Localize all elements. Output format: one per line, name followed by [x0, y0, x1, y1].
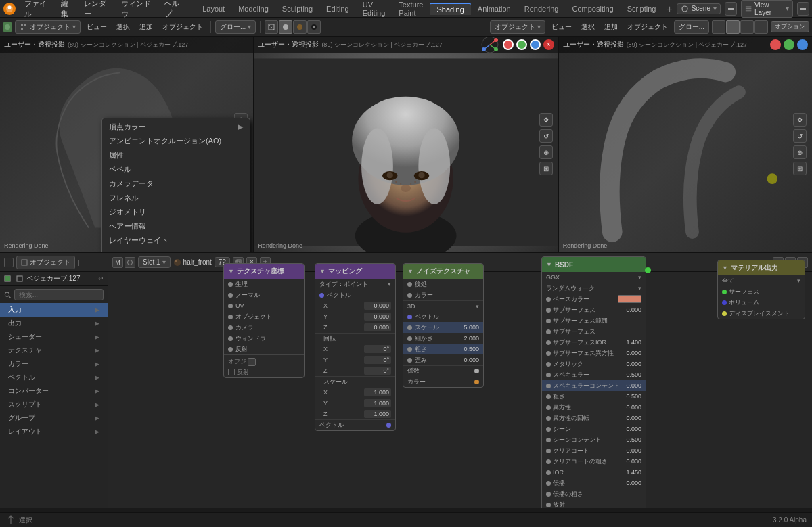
mapping-rx-input[interactable]: [364, 345, 391, 353]
ne-object-node-btn[interactable]: [125, 257, 135, 268]
select-label[interactable]: 選択: [113, 21, 133, 33]
menu-edit[interactable]: 編集: [57, 0, 78, 20]
instance-check[interactable]: [228, 369, 235, 375]
noise-type-chevron[interactable]: ▾: [476, 303, 479, 310]
mat-out-collapse-btn[interactable]: ▼: [722, 265, 728, 271]
mapping-ry-input[interactable]: [364, 356, 391, 364]
render-mode-icon[interactable]: [3, 22, 12, 32]
vp-right-nav-rotate[interactable]: ↺: [793, 129, 807, 143]
tab-sculpting[interactable]: Sculpting: [275, 3, 319, 14]
viewport-right[interactable]: ユーザー・透視投影 (89) シーンコレクション | ベジェカーブ.127 Re…: [559, 37, 812, 252]
bsdf-collapse-btn[interactable]: ▼: [546, 261, 552, 268]
vp-center-nav-move[interactable]: ✥: [539, 113, 553, 127]
mapping-y-input[interactable]: [364, 313, 391, 321]
vp-center-nav-zoom[interactable]: ⊕: [539, 145, 553, 159]
solid-mode-2-btn[interactable]: [726, 20, 740, 34]
panel-item-group[interactable]: グループ ▶: [0, 411, 108, 425]
obj-visibility-check[interactable]: [4, 275, 11, 282]
panel-item-color[interactable]: カラー ▶: [0, 357, 108, 371]
menu-help[interactable]: ヘルプ: [160, 0, 189, 20]
ctx-light-path[interactable]: ライトパス: [102, 248, 250, 252]
object-label[interactable]: オブジェクト: [159, 21, 206, 33]
solid-mode-btn[interactable]: [279, 20, 292, 34]
tex-coord-collapse-btn[interactable]: ▼: [228, 268, 234, 275]
vp-right-nav-grid[interactable]: ⊞: [793, 162, 807, 175]
view-label-2[interactable]: ビュー: [548, 21, 575, 33]
tab-compositing[interactable]: Compositing: [566, 3, 621, 14]
viewport-left[interactable]: ユーザー・透視投影 (89) シーンコレクション | ベジェカーブ.127 Re…: [0, 37, 254, 252]
wireframe-mode-btn[interactable]: [265, 20, 278, 34]
panel-item-output[interactable]: 出力 ▶: [0, 317, 108, 330]
tab-animation[interactable]: Animation: [471, 3, 518, 14]
mapping-x-input[interactable]: [364, 302, 391, 310]
mapping-z-input[interactable]: [364, 323, 391, 331]
mapping-rz-input[interactable]: [364, 367, 391, 375]
add-label-2[interactable]: 追加: [601, 21, 621, 33]
obj-mode-2[interactable]: オブジェクト ▾: [490, 20, 545, 34]
bsdf-dist-chevron[interactable]: ▾: [638, 274, 641, 281]
view-layer-actions-icon[interactable]: [797, 2, 809, 16]
bsdf-subs-chevron[interactable]: ▾: [638, 285, 641, 292]
menu-render[interactable]: レンダー: [80, 0, 115, 20]
add-label[interactable]: 追加: [136, 21, 156, 33]
menu-file[interactable]: ファイル: [20, 0, 55, 20]
view-label[interactable]: ビュー: [83, 21, 110, 33]
vp-center-nav-rotate[interactable]: ↺: [539, 129, 553, 143]
mat-mode-2-btn[interactable]: [740, 20, 754, 34]
glo-dropdown[interactable]: グロー... ▾: [215, 20, 256, 34]
render-preview-btn[interactable]: [307, 20, 321, 34]
base-color-swatch[interactable]: [618, 295, 641, 303]
tab-uv-editing[interactable]: UV Editing: [356, 0, 392, 18]
ne-obj-mode[interactable]: オブジェクト: [16, 256, 75, 269]
options-button[interactable]: オプション: [771, 21, 809, 32]
panel-item-vector[interactable]: ベクトル ▶: [0, 371, 108, 384]
material-mode-btn[interactable]: [293, 20, 307, 34]
view-layer-selector[interactable]: View Layer ▾: [741, 0, 793, 18]
tab-rendering[interactable]: Rendering: [518, 3, 566, 14]
panel-item-layout[interactable]: レイアウト ▶: [0, 425, 108, 438]
slot-dropdown[interactable]: Slot 1 ▾: [138, 256, 171, 268]
tab-editing[interactable]: Editing: [319, 3, 356, 14]
glo-dropdown-2[interactable]: グロー...: [674, 20, 709, 34]
select-label-2[interactable]: 選択: [578, 21, 598, 33]
panel-item-script[interactable]: スクリプト ▶: [0, 398, 108, 411]
ctx-camera-data[interactable]: カメラデータ: [102, 177, 250, 191]
ctx-layer-weight[interactable]: レイヤーウェイト: [102, 233, 250, 248]
ne-mode-icon[interactable]: [4, 258, 14, 267]
panel-item-input[interactable]: 入力 ▶: [0, 303, 108, 317]
mapping-sy-input[interactable]: [364, 399, 391, 407]
mapping-sx-input[interactable]: [364, 388, 391, 396]
panel-item-converter[interactable]: コンバーター ▶: [0, 384, 108, 398]
mapping-sz-input[interactable]: [364, 410, 391, 418]
noise-collapse-btn[interactable]: ▼: [407, 268, 413, 275]
mapping-type-chevron[interactable]: ▾: [388, 281, 391, 288]
ne-material-btn[interactable]: M: [112, 257, 123, 268]
obj-expand-icon[interactable]: ↩: [98, 275, 104, 282]
tab-layout[interactable]: Layout: [196, 3, 231, 14]
ctx-vertex-color[interactable]: 頂点カラー ▶: [102, 120, 250, 134]
vp-center-nav-grid[interactable]: ⊞: [539, 162, 553, 175]
tab-shading[interactable]: Shading: [430, 3, 470, 15]
ctx-attr[interactable]: 属性: [102, 148, 250, 162]
ctx-ao[interactable]: アンビエントオクルージョン(AO): [102, 134, 250, 148]
tab-texture-paint[interactable]: Texture Paint: [392, 0, 430, 18]
panel-item-shader[interactable]: シェーダー ▶: [0, 330, 108, 344]
panel-item-texture[interactable]: テクスチャ ▶: [0, 344, 108, 357]
viewport-center[interactable]: ユーザー・透視投影 (89) シーンコレクション | ベジェカーブ.127: [254, 37, 558, 252]
mode-dropdown[interactable]: オブジェクト ▾: [15, 20, 81, 34]
scene-selector[interactable]: Scene ▾: [677, 3, 721, 14]
x-close-circle[interactable]: ×: [543, 39, 554, 50]
ctx-hair-info[interactable]: ヘアー情報: [102, 219, 250, 233]
ctx-fresnel[interactable]: フレネル: [102, 191, 250, 205]
vp-right-nav-zoom[interactable]: ⊕: [793, 145, 807, 159]
vp-right-nav-move[interactable]: ✥: [793, 113, 807, 127]
scene-actions-icon[interactable]: [725, 2, 737, 16]
menu-window[interactable]: ウィンドウ: [117, 0, 159, 20]
ctx-bevel[interactable]: ベベル: [102, 162, 250, 177]
mapping-collapse-btn[interactable]: ▼: [319, 268, 325, 275]
tab-scripting[interactable]: Scripting: [621, 3, 663, 14]
render-mode-2-btn[interactable]: [754, 20, 768, 34]
ctx-geometry[interactable]: ジオメトリ: [102, 205, 250, 219]
add-workspace-button[interactable]: +: [662, 2, 676, 16]
wireframe-mode-2-btn[interactable]: [712, 20, 725, 34]
